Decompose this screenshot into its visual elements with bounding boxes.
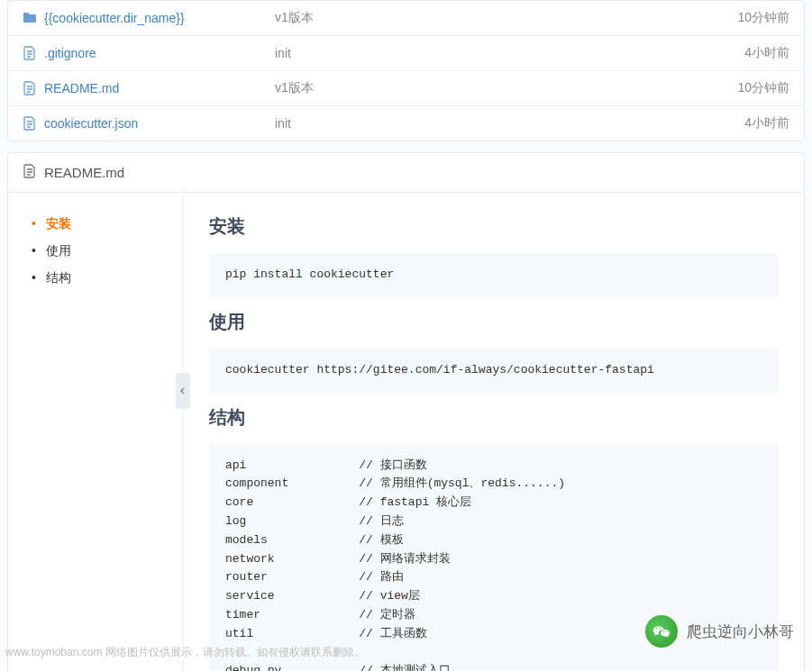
file-row[interactable]: cookiecutter.json init 4小时前 <box>8 106 804 141</box>
readme-panel: README.md 安装 使用 结构 安装 pip install cookie… <box>7 152 805 671</box>
toc-item-structure[interactable]: 结构 <box>30 265 183 292</box>
file-row[interactable]: {{cookiecutter.dir_name}} v1版本 10分钟前 <box>8 1 804 36</box>
file-row[interactable]: .gitignore init 4小时前 <box>8 36 804 71</box>
table-of-contents: 安装 使用 结构 <box>8 193 184 671</box>
heading-usage: 使用 <box>209 310 779 334</box>
file-time: 10分钟前 <box>699 10 789 26</box>
code-install: pip install cookiecutter <box>209 253 779 297</box>
file-icon <box>23 164 37 181</box>
readme-title: README.md <box>44 165 124 180</box>
file-commit: v1版本 <box>275 10 699 26</box>
file-name-link[interactable]: .gitignore <box>44 46 96 60</box>
folder-icon <box>23 11 37 25</box>
file-name-link[interactable]: cookiecutter.json <box>44 116 138 131</box>
toc-item-install[interactable]: 安装 <box>30 211 183 238</box>
watermark-text: 爬虫逆向小林哥 <box>687 621 794 642</box>
file-name-link[interactable]: {{cookiecutter.dir_name}} <box>44 11 185 25</box>
heading-install: 安装 <box>209 214 779 239</box>
file-icon <box>23 116 37 131</box>
file-list: {{cookiecutter.dir_name}} v1版本 10分钟前 .gi… <box>7 0 805 141</box>
file-time: 10分钟前 <box>699 80 789 96</box>
watermark-left: www.toymoban.com 网络图片仅供展示，请勿转载。如有侵权请联系删除… <box>5 645 365 660</box>
wechat-icon <box>645 615 678 648</box>
readme-header: README.md <box>8 153 804 193</box>
file-icon <box>23 46 37 60</box>
code-usage: cookiecutter https://gitee.com/if-always… <box>209 349 779 393</box>
file-icon <box>23 81 37 95</box>
file-time: 4小时前 <box>699 45 789 61</box>
readme-content: 安装 pip install cookiecutter 使用 cookiecut… <box>184 193 804 671</box>
collapse-toc-handle[interactable] <box>176 373 190 409</box>
file-commit: init <box>275 46 699 60</box>
heading-structure: 结构 <box>209 405 779 430</box>
file-commit: init <box>275 116 699 131</box>
file-name-link[interactable]: README.md <box>44 81 119 95</box>
file-commit: v1版本 <box>275 80 699 96</box>
watermark-right: 爬虫逆向小林哥 <box>645 615 794 648</box>
file-row[interactable]: README.md v1版本 10分钟前 <box>8 71 804 106</box>
toc-item-usage[interactable]: 使用 <box>30 238 183 265</box>
file-time: 4小时前 <box>699 115 789 131</box>
